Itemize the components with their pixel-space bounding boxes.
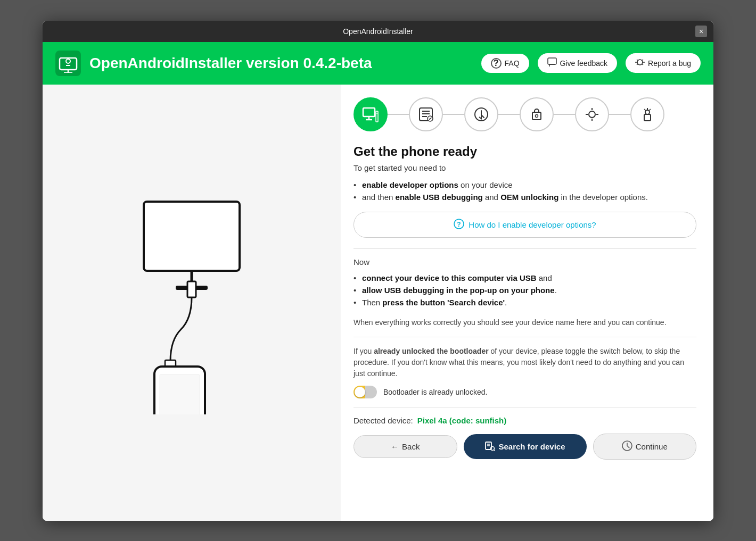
svg-rect-20 xyxy=(376,111,378,122)
back-arrow-icon: ← xyxy=(391,442,399,451)
detected-label: Detected device: xyxy=(354,416,413,425)
steps-progress xyxy=(354,97,696,131)
svg-rect-5 xyxy=(548,58,556,64)
now-label: Now xyxy=(354,257,696,267)
help-icon: ? xyxy=(454,219,464,231)
divider-1 xyxy=(354,248,696,249)
back-button[interactable]: ← Back xyxy=(354,435,457,458)
divider-2 xyxy=(354,337,696,337)
app-title: OpenAndroidInstaller version 0.4.2-beta xyxy=(89,55,473,72)
device-illustration-panel xyxy=(43,85,341,521)
right-content-panel: Get the phone ready To get started you n… xyxy=(341,85,713,521)
svg-line-38 xyxy=(644,109,646,111)
svg-point-29 xyxy=(536,114,538,117)
window-title: OpenAndroidInstaller xyxy=(343,27,413,36)
svg-line-46 xyxy=(494,450,495,451)
bootloader-toggle-row: Bootloader is already unlocked. xyxy=(354,386,696,398)
faq-icon: ? xyxy=(491,58,502,69)
search-device-icon xyxy=(484,440,495,453)
continue-button[interactable]: Continue xyxy=(593,434,697,460)
step-connector-3 xyxy=(498,114,520,115)
main-window: OpenAndroidInstaller × OpenAndroidInstal… xyxy=(43,21,713,521)
bootloader-toggle-label: Bootloader is already unlocked. xyxy=(383,388,487,396)
step-2 xyxy=(409,97,443,131)
instruction-4: allow USB debugging in the pop-up on you… xyxy=(354,284,696,296)
device-illustration xyxy=(106,191,277,414)
instructions-list-1: enable developer options on your device … xyxy=(354,179,696,203)
feedback-icon xyxy=(547,57,557,69)
device-info-text: When everything works correctly you shou… xyxy=(354,317,696,328)
step-4 xyxy=(520,97,554,131)
instruction-2: and then enable USB debugging and OEM un… xyxy=(354,191,696,203)
svg-line-37 xyxy=(649,109,651,111)
svg-point-35 xyxy=(645,110,650,114)
instruction-5: Then press the button 'Search device'. xyxy=(354,296,696,309)
svg-point-30 xyxy=(589,111,595,118)
step-connector-2 xyxy=(443,114,464,115)
bootloader-toggle[interactable] xyxy=(354,386,377,398)
close-button[interactable]: × xyxy=(695,26,707,37)
instructions-list-2: connect your device to this computer via… xyxy=(354,272,696,309)
step-5 xyxy=(575,97,609,131)
instruction-1: enable developer options on your device xyxy=(354,179,696,191)
instruction-3: connect your device to this computer via… xyxy=(354,272,696,284)
svg-rect-39 xyxy=(644,114,651,121)
bootloader-info-text: If you already unlocked the bootloader o… xyxy=(354,346,696,379)
svg-text:?: ? xyxy=(457,221,461,228)
step-6 xyxy=(630,97,664,131)
step-connector-4 xyxy=(554,114,575,115)
help-developer-options-button[interactable]: ? How do I enable developer options? xyxy=(354,212,696,238)
bug-report-button[interactable]: Report a bug xyxy=(626,53,701,73)
section-title: Get the phone ready xyxy=(354,144,696,159)
svg-rect-9 xyxy=(144,202,240,271)
faq-button[interactable]: ? FAQ xyxy=(481,54,529,73)
action-buttons: ← Back Search for device Continue xyxy=(354,434,696,460)
content-area: Get the phone ready To get started you n… xyxy=(43,85,713,521)
bug-icon xyxy=(635,57,645,69)
detected-device-row: Detected device: Pixel 4a (code: sunfish… xyxy=(354,416,696,425)
step-connector-1 xyxy=(388,114,409,115)
app-header: OpenAndroidInstaller version 0.4.2-beta … xyxy=(43,42,713,85)
svg-rect-12 xyxy=(187,281,196,297)
step-1 xyxy=(354,97,388,131)
step-connector-5 xyxy=(609,114,630,115)
svg-point-3 xyxy=(66,59,70,63)
app-logo xyxy=(55,51,81,76)
feedback-button[interactable]: Give feedback xyxy=(538,53,618,73)
svg-rect-16 xyxy=(160,374,200,414)
titlebar: OpenAndroidInstaller × xyxy=(43,21,713,42)
continue-icon xyxy=(622,440,632,453)
step-3 xyxy=(464,97,498,131)
search-device-button[interactable]: Search for device xyxy=(464,434,587,459)
svg-rect-28 xyxy=(532,112,541,120)
section-subtitle: To get started you need to xyxy=(354,163,696,172)
svg-rect-17 xyxy=(363,108,375,116)
detected-device-name: Pixel 4a (code: sunfish) xyxy=(417,416,507,425)
divider-3 xyxy=(354,407,696,407)
